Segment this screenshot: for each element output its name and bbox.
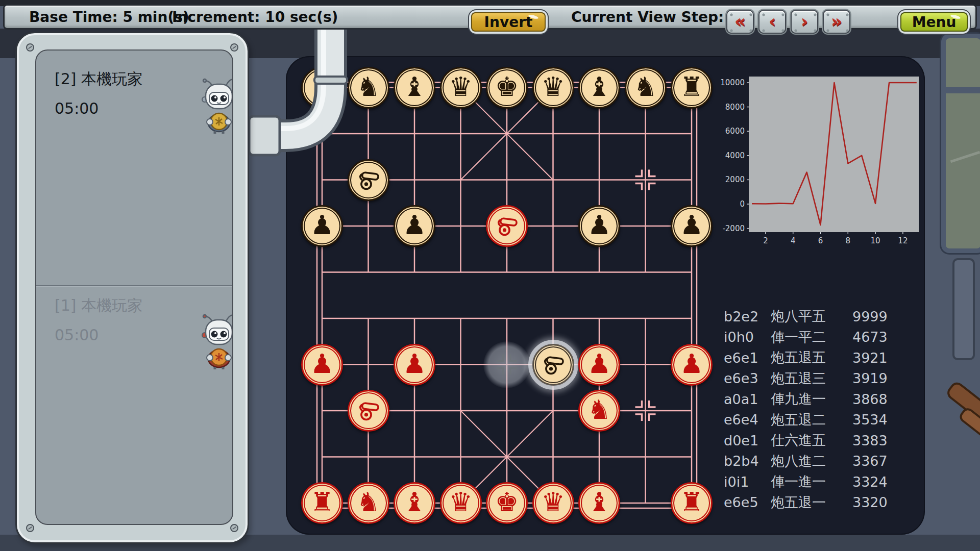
invert-button-frame: Invert — [471, 12, 546, 32]
advisor-icon: ♛ — [449, 73, 473, 100]
move-coordinate: b2b4 — [724, 453, 771, 469]
horse-icon: ♞ — [356, 489, 380, 515]
move-score: 3534 — [852, 412, 888, 428]
first-step-button[interactable]: « — [726, 10, 754, 34]
move-notation: 炮五退一 — [771, 493, 852, 512]
advisor-icon: ♛ — [541, 489, 565, 515]
piece-red-advisor-d0[interactable]: ♛ — [440, 482, 482, 524]
screw-icon — [230, 43, 238, 52]
piece-black-horse-b9[interactable]: ♞ — [348, 67, 389, 109]
analysis-move-row[interactable]: i0i1俥一進一3324 — [724, 471, 868, 492]
piece-black-elephant-c9[interactable]: ♝ — [394, 67, 435, 109]
cannon-icon — [493, 212, 521, 240]
analysis-move-row[interactable]: b2b4炮八進二3367 — [724, 451, 868, 472]
pawn-icon: ♟ — [680, 212, 704, 238]
move-coordinate: i0i1 — [724, 474, 771, 490]
player-clock: 05:00 — [55, 99, 99, 117]
piece-black-rook-i9[interactable]: ♜ — [671, 67, 713, 109]
menu-button-frame: Menu — [900, 12, 968, 32]
piece-red-elephant-c0[interactable]: ♝ — [394, 482, 435, 524]
current-view-step-label: Current View Step: 7 — [571, 9, 739, 26]
piece-black-pawn-g6[interactable]: ♟ — [578, 205, 620, 247]
double-right-chevron-icon: » — [831, 12, 842, 30]
analysis-move-row[interactable]: e6e3炮五退三3919 — [724, 368, 868, 389]
piece-red-cannon-e6[interactable] — [486, 205, 528, 247]
king-icon: ♚ — [495, 73, 519, 100]
rook-icon: ♜ — [310, 73, 334, 100]
piece-red-elephant-g0[interactable]: ♝ — [578, 482, 620, 524]
analysis-move-row[interactable]: e6e1炮五退五3921 — [724, 347, 868, 368]
piece-black-pawn-c6[interactable]: ♟ — [394, 205, 435, 247]
piece-black-pawn-i6[interactable]: ♟ — [671, 205, 713, 247]
screw-icon — [26, 43, 34, 52]
screw-icon — [230, 524, 238, 532]
move-notation: 炮五退三 — [771, 369, 852, 388]
player-cards: [2] 本機玩家 05:00 [1] 本機玩家 05:00 — [35, 49, 233, 525]
robot-avatar-icon — [199, 77, 233, 134]
next-step-button[interactable]: › — [791, 10, 818, 34]
piece-black-advisor-d9[interactable]: ♛ — [440, 67, 482, 109]
analysis-move-row[interactable]: b2e2炮八平五9999 — [724, 306, 868, 327]
piece-black-cannon-b7[interactable] — [348, 159, 389, 201]
analysis-move-row[interactable]: e6e4炮五退二3534 — [724, 410, 868, 431]
move-notation: 炮五退五 — [771, 348, 852, 367]
piece-red-rook-i0[interactable]: ♜ — [671, 482, 713, 524]
last-step-button[interactable]: » — [823, 10, 850, 34]
pawn-icon: ♟ — [587, 212, 611, 238]
app-window: ♜♞♝♛♚♛♝♞♜♟♟♟♟♟♟♟♟♞♜♞♝♛♚♛♝♜ -200002000400… — [0, 0, 980, 551]
right-chevron-icon: › — [801, 12, 808, 30]
advisor-icon: ♛ — [541, 73, 565, 100]
piece-red-cannon-b2[interactable] — [348, 390, 389, 432]
analysis-move-row[interactable]: d0e1仕六進五3383 — [724, 430, 868, 451]
piece-red-pawn-g3[interactable]: ♟ — [578, 344, 620, 386]
move-coordinate: e6e1 — [724, 350, 771, 366]
move-notation: 炮八進二 — [771, 452, 852, 470]
advisor-icon: ♛ — [449, 489, 473, 515]
piece-black-horse-h9[interactable]: ♞ — [625, 67, 667, 109]
piece-black-pawn-a6[interactable]: ♟ — [301, 205, 343, 247]
elephant-icon: ♝ — [587, 489, 611, 515]
player-sidebar: [2] 本機玩家 05:00 [1] 本機玩家 05:00 — [15, 32, 249, 544]
player-clock: 05:00 — [55, 326, 99, 344]
robot-avatar-icon — [199, 313, 233, 370]
piece-red-horse-g2[interactable]: ♞ — [578, 390, 620, 432]
player-name: [1] 本機玩家 — [55, 295, 142, 316]
analysis-move-row[interactable]: e6e5炮五退一3320 — [724, 492, 868, 513]
piece-black-advisor-f9[interactable]: ♛ — [532, 67, 574, 109]
piece-red-pawn-c3[interactable]: ♟ — [394, 344, 435, 386]
piece-red-pawn-i3[interactable]: ♟ — [671, 344, 713, 386]
pawn-icon: ♟ — [403, 350, 427, 377]
piece-black-elephant-g9[interactable]: ♝ — [578, 67, 620, 109]
elephant-icon: ♝ — [403, 489, 427, 515]
move-score: 3324 — [852, 474, 888, 490]
move-notation: 仕六進五 — [771, 431, 852, 449]
piece-red-pawn-a3[interactable]: ♟ — [301, 344, 343, 386]
move-coordinate: i0h0 — [724, 329, 771, 345]
analysis-move-row[interactable]: a0a1俥九進一3868 — [724, 389, 868, 410]
base-time-label: Base Time: 5 min(s) — [29, 9, 189, 26]
piece-black-king-e9[interactable]: ♚ — [486, 67, 528, 109]
move-notation: 炮五退二 — [771, 411, 852, 429]
piece-red-horse-b0[interactable]: ♞ — [348, 482, 389, 524]
previous-step-button[interactable]: ‹ — [758, 10, 786, 34]
piece-red-rook-a0[interactable]: ♜ — [301, 482, 343, 524]
piece-red-advisor-f0[interactable]: ♛ — [532, 482, 574, 524]
horse-icon: ♞ — [633, 73, 657, 100]
wall-pipe — [952, 258, 975, 360]
menu-button[interactable]: Menu — [900, 12, 968, 32]
piece-black-rook-a9[interactable]: ♜ — [301, 67, 343, 109]
piece-red-king-e0[interactable]: ♚ — [486, 482, 528, 524]
king-icon: ♚ — [495, 489, 519, 515]
move-coordinate: e6e4 — [724, 412, 771, 428]
rook-icon: ♜ — [310, 489, 334, 515]
move-coordinate: e6e3 — [724, 370, 771, 386]
wall-window — [941, 34, 980, 253]
move-notation: 俥一平二 — [771, 328, 852, 346]
move-coordinate: e6e5 — [724, 494, 771, 510]
move-coordinate: d0e1 — [724, 433, 771, 448]
left-chevron-icon: ‹ — [769, 12, 776, 30]
analysis-move-row[interactable]: i0h0俥一平二4673 — [724, 327, 868, 348]
horse-icon: ♞ — [587, 396, 611, 423]
piece-black-cannon-f3[interactable] — [532, 344, 574, 386]
increment-label: Increment: 10 sec(s) — [172, 9, 338, 26]
